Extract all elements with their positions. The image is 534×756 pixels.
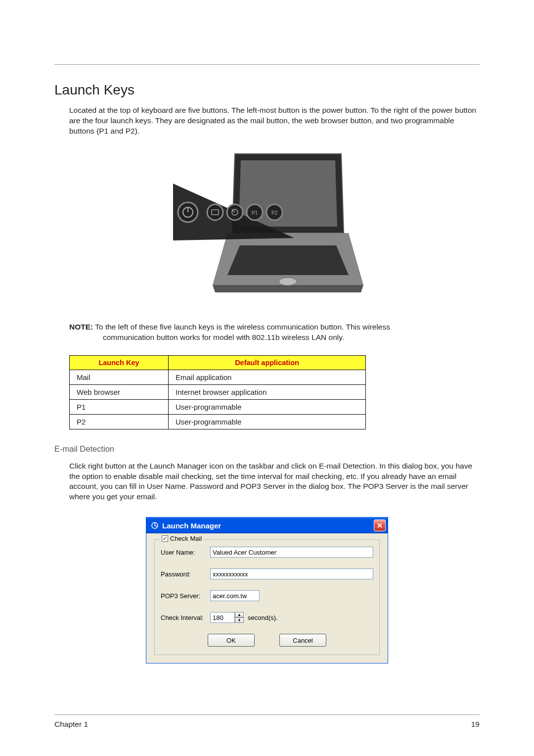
check-mail-checkbox[interactable]: ✓: [162, 535, 168, 542]
launch-key-table: Launch Key Default application Mail Emai…: [69, 355, 366, 429]
table-row: P1 User-programmable: [70, 399, 366, 414]
svg-marker-3: [213, 285, 363, 292]
password-input[interactable]: [210, 568, 373, 579]
laptop-launch-keys-figure: P1 P2: [166, 146, 368, 312]
section-heading: Launch Keys: [54, 82, 480, 98]
spinner-down-icon[interactable]: ▼: [235, 617, 244, 623]
footer-chapter: Chapter 1: [54, 720, 88, 729]
dialog-title: Launch Manager: [162, 521, 374, 530]
pop3-input[interactable]: [210, 590, 260, 601]
svg-text:P2: P2: [271, 210, 278, 216]
header-rule: [54, 64, 480, 65]
note-block: NOTE: To the left of these five launch k…: [69, 322, 480, 343]
ok-button[interactable]: OK: [208, 634, 255, 647]
table-row: Mail Email application: [70, 370, 366, 384]
interval-input[interactable]: [210, 612, 235, 623]
table-row: Web browser Internet browser application: [70, 384, 366, 399]
svg-point-10: [207, 204, 223, 220]
svg-text:P1: P1: [252, 210, 258, 216]
dialog-titlebar[interactable]: Launch Manager: [146, 518, 388, 533]
footer-page: 19: [471, 720, 480, 729]
intro-paragraph: Located at the top of keyboard are five …: [69, 105, 480, 137]
svg-point-5: [279, 278, 297, 285]
subsection-heading: E-mail Detection: [54, 444, 480, 454]
table-row: P2 User-programmable: [70, 414, 366, 429]
note-line1: To the left of these five launch keys is…: [93, 323, 390, 331]
note-line2: communication button works for model wit…: [69, 332, 480, 343]
cancel-button[interactable]: Cancel: [279, 634, 326, 647]
note-label: NOTE:: [69, 323, 93, 331]
spinner-up-icon[interactable]: ▲: [235, 612, 244, 617]
app-icon: [150, 521, 159, 530]
interval-unit: second(s).: [248, 614, 278, 621]
interval-label: Check Interval:: [161, 614, 210, 621]
pop3-label: POP3 Server:: [161, 592, 210, 600]
username-input[interactable]: [210, 547, 373, 558]
password-label: Password:: [161, 570, 210, 578]
username-label: User Name:: [161, 549, 210, 556]
table-header-app: Default application: [169, 355, 366, 370]
svg-marker-4: [227, 245, 349, 275]
check-mail-label: Check Mail: [170, 535, 202, 542]
footer-rule: [54, 714, 480, 715]
subsection-paragraph: Click right button at the Launch Manager…: [69, 461, 480, 503]
launch-manager-dialog: Launch Manager ✓ Check Mail User Name:: [146, 517, 388, 663]
table-header-key: Launch Key: [70, 355, 169, 370]
check-mail-groupbox: ✓ Check Mail User Name: Password: POP3 S…: [154, 539, 380, 655]
close-icon[interactable]: [374, 520, 386, 531]
